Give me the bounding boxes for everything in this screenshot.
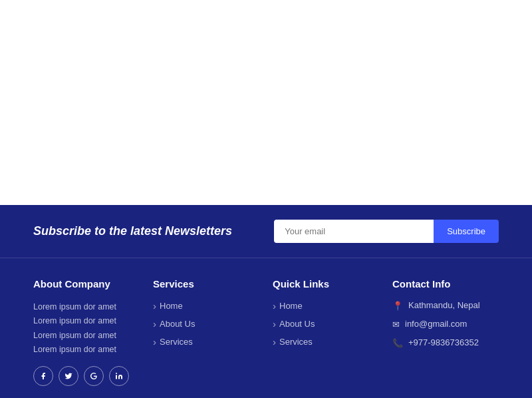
linkedin-icon[interactable] [109,366,129,386]
quick-links-list: Home About Us Services [273,300,379,347]
quick-links-heading: Quick Links [273,278,379,290]
contact-phone: 📞 +977-9836736352 [392,337,499,348]
white-area [0,0,532,205]
google-icon[interactable] [84,366,104,386]
contact-address: 📍 Kathmandu, Nepal [392,300,499,311]
contact-email: ✉ info@gmail.com [392,319,499,329]
list-item: Services [273,336,379,347]
email-input[interactable] [274,220,434,243]
newsletter-title: Subscribe to the latest Newsletters [33,224,232,238]
email-icon: ✉ [392,319,400,329]
services-services-link[interactable]: Services [153,336,259,347]
services-heading: Services [153,278,259,290]
subscribe-button[interactable]: Subscribe [434,220,499,243]
footer-columns: About Company Lorem ipsum dor amet Lorem… [0,258,532,398]
location-icon: 📍 [392,301,403,311]
about-company-heading: About Company [33,278,140,290]
about-company-col: About Company Lorem ipsum dor amet Lorem… [33,278,140,386]
contact-info-heading: Contact Info [392,278,499,290]
quick-home-link[interactable]: Home [273,300,379,311]
list-item: Services [153,336,259,347]
svg-point-0 [116,373,117,374]
facebook-icon[interactable] [33,366,53,386]
services-col: Services Home About Us Services [153,278,259,386]
quick-services-link[interactable]: Services [273,336,379,347]
quick-about-link[interactable]: About Us [273,318,379,329]
phone-icon: 📞 [392,338,403,348]
footer: Subscribe to the latest Newsletters Subs… [0,205,532,398]
newsletter-form: Subscribe [274,220,499,243]
list-item: About Us [153,318,259,329]
contact-info-col: Contact Info 📍 Kathmandu, Nepal ✉ info@g… [392,278,499,386]
social-icons [33,366,140,386]
email-text: info@gmail.com [405,319,467,329]
newsletter-bar: Subscribe to the latest Newsletters Subs… [0,205,532,258]
list-item: Home [273,300,379,311]
about-company-text: Lorem ipsum dor amet Lorem ipsum dor ame… [33,300,140,357]
twitter-icon[interactable] [59,366,78,386]
services-about-link[interactable]: About Us [153,318,259,329]
list-item: About Us [273,318,379,329]
quick-links-col: Quick Links Home About Us Services [273,278,379,386]
services-home-link[interactable]: Home [153,300,259,311]
address-text: Kathmandu, Nepal [408,300,480,310]
services-links: Home About Us Services [153,300,259,347]
phone-text: +977-9836736352 [408,337,479,347]
list-item: Home [153,300,259,311]
